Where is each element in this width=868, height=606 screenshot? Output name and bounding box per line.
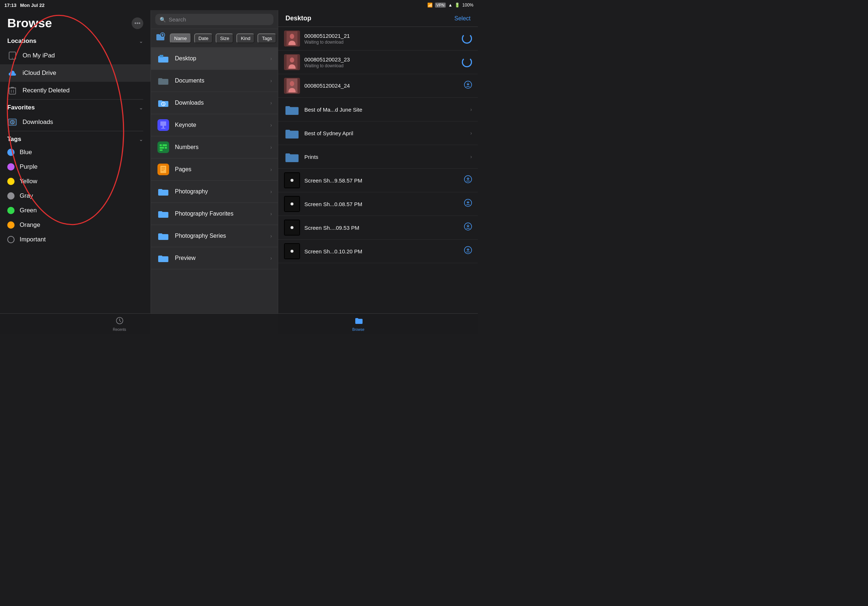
sort-name-button[interactable]: Name xyxy=(170,33,191,43)
folder-info-2: Best of Sydney April xyxy=(304,130,466,136)
sidebar-item-tag-blue[interactable]: Blue xyxy=(0,145,150,160)
sidebar-item-downloads[interactable]: Downloads xyxy=(0,113,150,131)
file-item-best-sydney[interactable]: Best of Sydney April › xyxy=(278,121,478,145)
desktop-folder-icon xyxy=(157,52,170,65)
file-item-000805120023[interactable]: 000805120023_23 Waiting to download xyxy=(278,51,478,74)
sidebar-item-tag-purple[interactable]: Purple xyxy=(0,160,150,174)
keynote-chevron-icon: › xyxy=(270,122,272,128)
svg-rect-22 xyxy=(160,166,166,173)
middle-item-keynote[interactable]: Keynote › xyxy=(151,114,278,136)
svg-point-31 xyxy=(290,81,294,86)
vpn-icon: VPN xyxy=(435,3,446,8)
locations-chevron-icon: ⌄ xyxy=(139,38,143,44)
folder-chevron-2: › xyxy=(470,130,472,136)
sort-bar: Name Date Size Kind Tags ⊞ ≡ ||| xyxy=(151,29,278,48)
svg-rect-12 xyxy=(160,121,166,126)
folder-thumb-1 xyxy=(284,101,300,118)
more-button[interactable]: ••• xyxy=(132,17,143,29)
tag-gray-label: Gray xyxy=(20,192,33,200)
sidebar-item-recently-deleted[interactable]: Recently Deleted xyxy=(0,82,150,99)
sidebar-item-tag-gray[interactable]: Gray xyxy=(0,189,150,203)
screenshot-info-1: Screen Sh...9.58.57 PM xyxy=(304,177,460,184)
new-folder-icon[interactable] xyxy=(155,32,166,44)
middle-item-preview[interactable]: Preview › xyxy=(151,247,278,270)
sidebar-item-ipad[interactable]: On My iPad xyxy=(0,47,150,64)
file-name-1: 000805120021_21 xyxy=(304,33,457,39)
folder-chevron-3: › xyxy=(470,154,472,160)
browse-title: Browse xyxy=(7,16,52,30)
svg-point-44 xyxy=(291,226,293,229)
sidebar-item-tag-green[interactable]: Green xyxy=(0,203,150,218)
file-sub-2: Waiting to download xyxy=(304,63,457,68)
file-thumb-3 xyxy=(284,78,300,94)
app-container: Browse ••• Locations ⌄ On My iPad xyxy=(0,10,478,335)
screenshot-name-1: Screen Sh...9.58.57 PM xyxy=(304,177,460,184)
select-button[interactable]: Select xyxy=(454,15,471,22)
sort-kind-button[interactable]: Kind xyxy=(236,33,254,43)
screenshot-info-4: Screen Sh...0.10.20 PM xyxy=(304,248,460,254)
photography-series-chevron-icon: › xyxy=(270,233,272,239)
download-icon-7[interactable] xyxy=(464,246,472,256)
download-icon-4[interactable] xyxy=(464,175,472,185)
keynote-label: Keynote xyxy=(175,122,265,128)
folder-name-2: Best of Sydney April xyxy=(304,130,466,136)
tag-yellow-label: Yellow xyxy=(20,178,37,185)
file-item-screenshot2[interactable]: Screen Sh...0.08.57 PM xyxy=(278,192,478,216)
middle-item-numbers[interactable]: Numbers › xyxy=(151,136,278,158)
folder-name-1: Best of Ma...d June Site xyxy=(304,107,466,113)
sort-date-button[interactable]: Date xyxy=(194,33,213,43)
downloads-fav-icon xyxy=(7,117,17,127)
middle-item-documents[interactable]: Documents › xyxy=(151,70,278,92)
photography-fav-chevron-icon: › xyxy=(270,211,272,217)
folder-chevron-1: › xyxy=(470,107,472,112)
sidebar-item-tag-orange[interactable]: Orange xyxy=(0,218,150,232)
download-icon-6[interactable] xyxy=(464,223,472,232)
sort-tags-button[interactable]: Tags xyxy=(257,33,276,43)
file-item-000805120024[interactable]: 000805120024_24 xyxy=(278,74,478,98)
search-container: 🔍 Search xyxy=(151,10,278,29)
file-item-screenshot4[interactable]: Screen Sh...0.10.20 PM xyxy=(278,240,478,263)
middle-item-photography[interactable]: Photography › xyxy=(151,181,278,203)
blue-dot xyxy=(7,149,14,156)
ipad-label: On My iPad xyxy=(23,52,55,59)
file-item-best-mad-june[interactable]: Best of Ma...d June Site › xyxy=(278,98,478,121)
middle-item-downloads[interactable]: Downloads › xyxy=(151,92,278,114)
sidebar-item-icloud[interactable]: iCloud Drive xyxy=(0,64,150,82)
photography-series-folder-icon xyxy=(157,229,170,242)
downloads-chevron-icon: › xyxy=(270,100,272,106)
middle-item-pages[interactable]: Pages › xyxy=(151,158,278,181)
search-bar[interactable]: 🔍 Search xyxy=(155,14,273,25)
preview-label: Preview xyxy=(175,255,265,261)
desktop-chevron-icon: › xyxy=(270,56,272,62)
file-item-prints[interactable]: Prints › xyxy=(278,145,478,169)
tag-orange-label: Orange xyxy=(20,222,40,229)
svg-rect-13 xyxy=(163,126,164,128)
file-item-000805120021[interactable]: 000805120021_21 Waiting to download xyxy=(278,27,478,51)
status-date: Mon Jul 22 xyxy=(20,3,44,8)
trash-icon xyxy=(7,85,17,96)
tab-browse[interactable]: Browse xyxy=(239,317,478,332)
file-item-screenshot3[interactable]: Screen Sh....09.53 PM xyxy=(278,216,478,240)
middle-item-photography-favorites[interactable]: Photography Favorites › xyxy=(151,203,278,225)
tab-recents[interactable]: Recents xyxy=(0,317,239,332)
documents-folder-icon xyxy=(157,74,170,87)
icloud-icon xyxy=(7,68,17,78)
svg-rect-18 xyxy=(160,147,164,149)
tags-section-header: Tags ⌄ xyxy=(0,131,150,145)
loading-icon-1 xyxy=(462,33,472,43)
file-item-screenshot1[interactable]: Screen Sh...9.58.57 PM xyxy=(278,169,478,192)
download-icon-5[interactable] xyxy=(464,199,472,209)
middle-item-photography-series[interactable]: Photography Series › xyxy=(151,225,278,247)
recents-tab-label: Recents xyxy=(113,327,126,332)
search-input[interactable]: Search xyxy=(169,16,186,23)
screenshot-info-2: Screen Sh...0.08.57 PM xyxy=(304,201,460,207)
sidebar-item-tag-yellow[interactable]: Yellow xyxy=(0,174,150,189)
locations-section-header: Locations ⌄ xyxy=(0,33,150,47)
sort-size-button[interactable]: Size xyxy=(215,33,234,43)
sidebar: Browse ••• Locations ⌄ On My iPad xyxy=(0,10,151,335)
download-icon-3[interactable] xyxy=(464,81,472,91)
sidebar-item-tag-important[interactable]: Important xyxy=(0,232,150,247)
photography-fav-label: Photography Favorites xyxy=(175,211,265,217)
favorites-chevron-icon: ⌄ xyxy=(139,105,143,110)
middle-item-desktop[interactable]: Desktop › xyxy=(151,48,278,70)
